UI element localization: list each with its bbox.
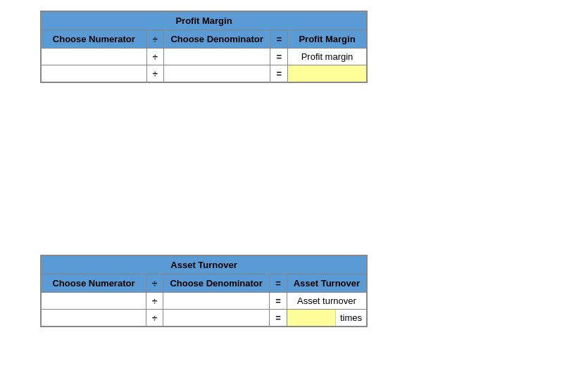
asset-turnover-title: Asset Turnover — [42, 256, 367, 274]
at-denominator-input-2[interactable] — [166, 313, 266, 323]
numerator-header: Choose Numerator — [42, 30, 147, 49]
at-div-op-1: ÷ — [146, 293, 163, 310]
table-row: ÷ = times — [42, 310, 367, 327]
numerator-input-1[interactable] — [44, 52, 144, 62]
asset-turnover-table: Asset Turnover Choose Numerator ÷ Choose… — [40, 255, 368, 327]
numerator-input-cell-2[interactable] — [42, 65, 147, 82]
at-div-op-2: ÷ — [146, 310, 163, 327]
denominator-input-2[interactable] — [167, 69, 268, 79]
div-op-header: ÷ — [146, 30, 163, 49]
at-result-cell-1: Asset turnover — [287, 293, 366, 310]
at-eq-op-header: = — [270, 274, 287, 293]
at-eq-op-2: = — [270, 310, 287, 327]
at-result-times: times — [335, 310, 366, 326]
at-numerator-input-cell-2[interactable] — [42, 310, 146, 327]
at-result-yellow — [287, 310, 335, 326]
eq-op-1: = — [270, 49, 288, 65]
table-row: ÷ = Profit margin — [42, 49, 367, 65]
at-result-cell-2: times — [287, 310, 366, 327]
at-numerator-input-2[interactable] — [44, 313, 143, 323]
at-denominator-input-1[interactable] — [166, 296, 266, 306]
profit-margin-header-row: Choose Numerator ÷ Choose Denominator = … — [42, 30, 367, 49]
eq-op-header: = — [270, 30, 288, 49]
at-numerator-header: Choose Numerator — [42, 274, 146, 293]
denominator-input-cell-1[interactable] — [163, 49, 270, 65]
table-row: ÷ = — [42, 65, 367, 82]
at-result-header: Asset Turnover — [287, 274, 366, 293]
numerator-input-2[interactable] — [44, 69, 144, 79]
result-cell-1: Profit margin — [288, 49, 367, 65]
at-denominator-input-cell-2[interactable] — [163, 310, 270, 327]
at-denominator-header: Choose Denominator — [163, 274, 270, 293]
profit-margin-title-row: Profit Margin — [42, 12, 367, 30]
result-cell-2 — [288, 65, 367, 82]
at-denominator-input-cell-1[interactable] — [163, 293, 270, 310]
denominator-input-cell-2[interactable] — [163, 65, 270, 82]
result-header: Profit Margin — [288, 30, 367, 49]
div-op-1: ÷ — [146, 49, 163, 65]
numerator-input-cell-1[interactable] — [42, 49, 147, 65]
div-op-2: ÷ — [146, 65, 163, 82]
at-numerator-input-cell-1[interactable] — [42, 293, 146, 310]
denominator-header: Choose Denominator — [163, 30, 270, 49]
denominator-input-1[interactable] — [167, 52, 268, 62]
asset-turnover-header-row: Choose Numerator ÷ Choose Denominator = … — [42, 274, 367, 293]
eq-op-2: = — [270, 65, 288, 82]
table-row: ÷ = Asset turnover — [42, 293, 367, 310]
profit-margin-title: Profit Margin — [42, 12, 367, 30]
at-div-op-header: ÷ — [146, 274, 163, 293]
at-numerator-input-1[interactable] — [44, 296, 143, 306]
profit-margin-table: Profit Margin Choose Numerator ÷ Choose … — [40, 11, 368, 83]
at-eq-op-1: = — [270, 293, 287, 310]
asset-turnover-title-row: Asset Turnover — [42, 256, 367, 274]
